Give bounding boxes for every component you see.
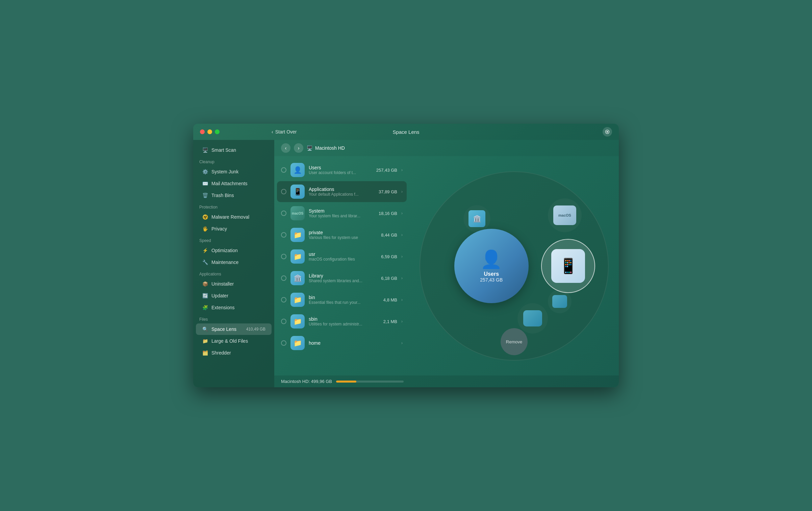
main-window: ‹ Start Over Space Lens 🖥️ Smart Scan Cl… [193, 124, 619, 387]
file-radio[interactable] [281, 232, 286, 238]
file-row[interactable]: 📁 usr macOS configuration files 6,59 GB … [277, 246, 407, 267]
sidebar-item-space-lens[interactable]: 🔍 Space Lens 410,49 GB [196, 323, 272, 335]
file-row[interactable]: 📁 private Various files for system use 8… [277, 224, 407, 245]
file-icon: 📁 [290, 249, 305, 264]
mail-icon: ✉️ [202, 180, 208, 187]
sidebar-item-malware-removal[interactable]: ☣️ Malware Removal [196, 211, 272, 223]
file-radio[interactable] [281, 297, 286, 302]
settings-icon[interactable] [603, 127, 612, 137]
sidebar-mail-label: Mail Attachments [211, 181, 248, 186]
sidebar-malware-label: Malware Removal [211, 214, 249, 220]
sidebar-section-cleanup: Cleanup [193, 156, 274, 166]
file-row[interactable]: 📁 home › [277, 333, 407, 354]
sidebar-item-extensions[interactable]: 🧩 Extensions [196, 302, 272, 313]
remove-button[interactable]: Remove [501, 328, 528, 355]
file-size: 6,18 GB [381, 276, 397, 281]
close-button[interactable] [200, 129, 205, 134]
maximize-button[interactable] [215, 129, 220, 134]
file-radio[interactable] [281, 340, 286, 346]
file-radio[interactable] [281, 275, 286, 281]
sidebar-system-junk-label: System Junk [211, 169, 238, 174]
privacy-icon: 🖐️ [202, 226, 208, 232]
file-desc: User account folders of t... [309, 170, 372, 175]
file-desc: Your default Applications f... [309, 192, 375, 197]
sidebar-item-trash-bins[interactable]: 🗑️ Trash Bins [196, 190, 272, 201]
trash-icon: 🗑️ [202, 192, 208, 198]
chevron-right-icon: › [401, 341, 403, 345]
shredder-icon: 🗂️ [202, 350, 208, 356]
sidebar-item-privacy[interactable]: 🖐️ Privacy [196, 223, 272, 235]
file-info: sbin Utilities for system administr... [309, 316, 379, 326]
svg-point-0 [607, 131, 608, 133]
file-icon: 📁 [290, 336, 305, 350]
file-radio[interactable] [281, 254, 286, 259]
minimize-button[interactable] [207, 129, 212, 134]
status-bar: Macintosh HD: 499,96 GB [274, 375, 619, 387]
file-name: private [309, 230, 377, 235]
start-over-button[interactable]: ‹ Start Over [268, 127, 301, 137]
sidebar-section-protection: Protection [193, 201, 274, 211]
file-icon: 📁 [290, 293, 305, 307]
maintenance-icon: 🔧 [202, 259, 208, 265]
start-over-label: Start Over [275, 129, 297, 135]
sidebar-space-lens-label: Space Lens [211, 326, 236, 332]
breadcrumb-text: Macintosh HD [315, 145, 345, 151]
breadcrumb: 🖥️ Macintosh HD [307, 145, 345, 151]
sidebar-smart-scan-label: Smart Scan [211, 147, 236, 153]
file-row[interactable]: 👤 Users User account folders of t... 257… [277, 160, 407, 180]
sidebar-item-system-junk[interactable]: ⚙️ System Junk [196, 166, 272, 177]
sidebar-item-optimization[interactable]: ⚡ Optimization [196, 245, 272, 256]
file-row[interactable]: 📱 Applications Your default Applications… [277, 181, 407, 202]
large-files-icon: 📁 [202, 338, 208, 344]
file-info: home [309, 340, 397, 346]
file-radio[interactable] [281, 189, 286, 194]
chevron-right-icon: › [401, 319, 403, 324]
file-radio[interactable] [281, 167, 286, 173]
storage-progress-bar [336, 381, 404, 383]
file-row[interactable]: 📁 sbin Utilities for system administr...… [277, 311, 407, 332]
library-folder-icon: 🏛️ [468, 210, 485, 227]
users-bubble-name: Users [484, 271, 499, 277]
file-name: usr [309, 251, 377, 257]
status-text: Macintosh HD: 499,96 GB [281, 379, 332, 384]
chevron-left-icon: ‹ [272, 129, 273, 135]
sidebar-item-smart-scan[interactable]: 🖥️ Smart Scan [196, 144, 272, 156]
users-bubble: 👤 Users 257,43 GB [454, 229, 529, 303]
sidebar-updater-label: Updater [211, 293, 228, 298]
sidebar-maintenance-label: Maintenance [211, 260, 238, 265]
title-bar: ‹ Start Over Space Lens [193, 124, 619, 140]
file-row[interactable]: 🏛️ Library Shared system libraries and..… [277, 268, 407, 289]
sidebar-item-uninstaller[interactable]: 📦 Uninstaller [196, 278, 272, 290]
file-name: home [309, 340, 397, 346]
file-size: 2,1 MB [383, 319, 397, 324]
chevron-right-icon: › [401, 211, 403, 216]
chevron-right-icon: › [401, 189, 403, 194]
file-icon: 🏛️ [290, 271, 305, 285]
file-radio[interactable] [281, 211, 286, 216]
file-row[interactable]: macOS System Your system files and libra… [277, 203, 407, 224]
space-lens-size: 410,49 GB [246, 327, 265, 332]
file-radio[interactable] [281, 319, 286, 324]
file-row[interactable]: 📁 bin Essential files that run your... 4… [277, 289, 407, 310]
sidebar-uninstaller-label: Uninstaller [211, 281, 234, 287]
file-name: Users [309, 165, 372, 170]
file-desc: macOS configuration files [309, 257, 377, 262]
file-icon: 📱 [290, 185, 305, 199]
nav-back-button[interactable]: ‹ [281, 143, 290, 153]
visualization-area: macOS 🏛️ 👤 Users 257,43 GB [409, 156, 619, 375]
file-list: 👤 Users User account folders of t... 257… [274, 156, 409, 375]
file-info: Users User account folders of t... [309, 165, 372, 175]
sidebar-item-maintenance[interactable]: 🔧 Maintenance [196, 257, 272, 268]
sidebar: 🖥️ Smart Scan Cleanup ⚙️ System Junk ✉️ … [193, 140, 274, 387]
nav-forward-button[interactable]: › [294, 143, 303, 153]
sidebar-item-shredder[interactable]: 🗂️ Shredder [196, 347, 272, 359]
users-bubble-size: 257,43 GB [480, 277, 503, 283]
smart-scan-icon: 🖥️ [202, 147, 208, 153]
sidebar-large-files-label: Large & Old Files [211, 338, 248, 344]
chevron-right-icon: › [401, 168, 403, 172]
macos-folder-icon: macOS [553, 205, 576, 225]
small-folder-bubble-2 [517, 303, 548, 334]
sidebar-item-updater[interactable]: 🔄 Updater [196, 290, 272, 301]
sidebar-item-mail-attachments[interactable]: ✉️ Mail Attachments [196, 178, 272, 189]
sidebar-item-large-files[interactable]: 📁 Large & Old Files [196, 335, 272, 347]
